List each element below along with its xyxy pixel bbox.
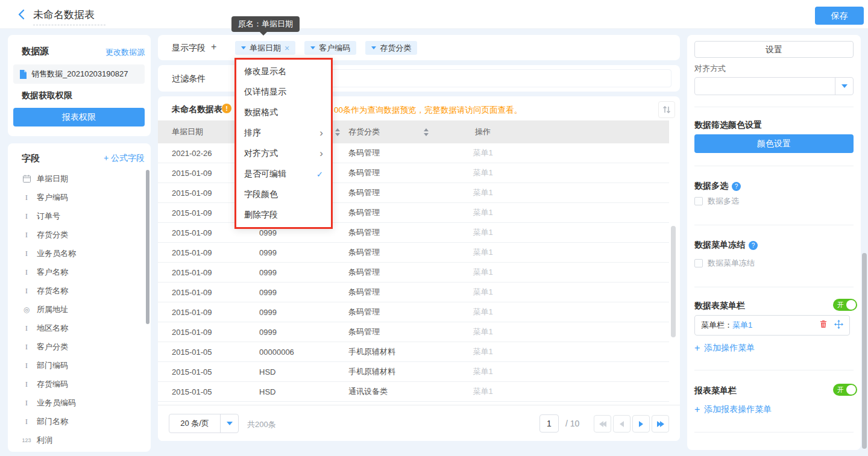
add-report-menu-link[interactable]: 添加报表操作菜单 <box>694 404 772 415</box>
action-menu-button[interactable]: 菜单1 <box>437 382 529 401</box>
action-menu-button[interactable]: 菜单1 <box>437 302 529 322</box>
action-menu-button[interactable]: 菜单1 <box>437 183 529 202</box>
checkbox-icon[interactable] <box>694 197 703 205</box>
multi-select-checkbox-row[interactable]: 数据多选 <box>694 196 739 207</box>
color-settings-button[interactable]: 颜色设置 <box>694 134 854 153</box>
chevron-down-icon[interactable] <box>310 46 315 49</box>
menubar-item-name[interactable]: 菜单1 <box>732 320 752 331</box>
field-item[interactable]: ◎所属地址 <box>8 300 151 319</box>
action-menu-button[interactable]: 菜单1 <box>437 143 529 163</box>
field-item[interactable]: I客户编码 <box>8 188 151 207</box>
menu-item[interactable]: 排序 <box>236 123 331 143</box>
window-scrollbar[interactable] <box>862 253 867 449</box>
page-size-select[interactable]: 20 条/页 <box>169 414 239 433</box>
menu-freeze-checkbox-row[interactable]: 数据菜单冻结 <box>694 258 755 269</box>
action-menu-button[interactable]: 菜单1 <box>437 322 529 342</box>
table-scrollbar[interactable] <box>671 226 676 337</box>
text-field-icon: I <box>22 230 31 240</box>
cell-date: 2015-01-09 <box>158 243 254 262</box>
sort-carets-icon[interactable] <box>424 128 429 136</box>
menu-item[interactable]: 字段颜色 <box>236 184 331 205</box>
field-item[interactable]: I订单号 <box>8 207 151 225</box>
align-select-dropdown[interactable] <box>835 78 853 95</box>
action-menu-button[interactable]: 菜单1 <box>437 263 529 282</box>
prev-page-button[interactable] <box>613 415 631 433</box>
field-item-label: 客户编码 <box>37 192 68 203</box>
field-item[interactable]: I地区名称 <box>8 319 151 337</box>
menu-item[interactable]: 对齐方式 <box>236 143 331 164</box>
action-menu-button[interactable]: 菜单1 <box>437 203 529 222</box>
last-page-button[interactable] <box>652 415 669 433</box>
datasource-title: 数据源 <box>22 46 49 57</box>
add-formula-field-button[interactable]: 公式字段 <box>104 153 145 164</box>
action-menu-button[interactable]: 菜单1 <box>437 243 529 262</box>
settings-button[interactable]: 设置 <box>694 41 854 58</box>
display-field-chip[interactable]: 单据日期 <box>235 41 295 55</box>
back-button[interactable] <box>16 8 28 20</box>
align-select[interactable] <box>694 77 854 95</box>
cell-customer-code: HSD <box>254 382 342 401</box>
display-field-chip[interactable]: 客户编码 <box>304 41 356 55</box>
calendar-icon <box>23 175 31 183</box>
report-menubar-toggle[interactable]: 开 <box>833 384 857 396</box>
datasource-file[interactable]: 销售数据_20210203190827 <box>13 64 145 84</box>
first-page-button[interactable] <box>594 415 611 433</box>
field-item[interactable]: 单据日期 <box>8 169 151 188</box>
cell-category: 手机原辅材料 <box>342 362 437 381</box>
cell-empty <box>529 302 669 322</box>
chevron-down-icon[interactable] <box>371 46 376 49</box>
add-display-field-button[interactable] <box>211 42 216 52</box>
menu-item[interactable]: 仅详情显示 <box>236 82 331 102</box>
report-permission-button[interactable]: 报表权限 <box>13 108 145 126</box>
action-menu-button[interactable]: 菜单1 <box>437 283 529 302</box>
sort-carets-icon[interactable] <box>335 128 340 136</box>
chip-label: 客户编码 <box>319 43 350 54</box>
add-action-menu-link[interactable]: 添加操作菜单 <box>694 343 755 354</box>
field-item[interactable]: I部门编码 <box>8 356 151 375</box>
change-datasource-link[interactable]: 更改数据源 <box>105 47 145 58</box>
display-field-chip[interactable]: 存货分类 <box>365 41 417 55</box>
move-icon[interactable] <box>834 320 843 331</box>
action-menu-button[interactable]: 菜单1 <box>437 223 529 242</box>
close-icon[interactable] <box>285 44 289 52</box>
field-item[interactable]: 123利润 <box>8 431 151 449</box>
table-row: 2015-01-05HSD手机原辅材料菜单1 <box>158 362 669 382</box>
page-title[interactable]: 未命名数据表 <box>33 8 95 22</box>
field-item[interactable]: I业务员编码 <box>8 393 151 412</box>
cell-empty <box>529 183 669 202</box>
page-size-dropdown[interactable] <box>220 414 238 433</box>
save-button[interactable]: 保存 <box>815 7 864 25</box>
action-menu-button[interactable]: 菜单1 <box>437 362 529 381</box>
fields-scrollbar[interactable] <box>146 170 149 324</box>
page-number-input[interactable] <box>539 414 559 433</box>
field-item[interactable]: I客户分类 <box>8 337 151 356</box>
table-menubar-toggle[interactable]: 开 <box>833 299 857 311</box>
action-menu-button[interactable]: 菜单1 <box>437 342 529 361</box>
menu-item[interactable]: 是否可编辑 <box>236 164 331 184</box>
field-item[interactable]: I存货编码 <box>8 375 151 393</box>
plus-icon <box>104 153 108 163</box>
cell-customer-code: 0999 <box>254 263 342 282</box>
chevron-down-icon[interactable] <box>241 46 246 49</box>
original-name-tooltip: 原名：单据日期 <box>231 16 300 32</box>
help-icon[interactable] <box>749 241 758 250</box>
menu-item[interactable]: 删除字段 <box>236 205 331 225</box>
table-row: 2015-01-090999条码管理菜单1 <box>158 243 669 263</box>
column-header-category[interactable]: 存货分类 <box>342 120 437 143</box>
menu-item[interactable]: 数据格式 <box>236 102 331 123</box>
help-icon[interactable] <box>732 182 741 191</box>
text-field-icon: I <box>22 379 31 389</box>
delete-icon[interactable] <box>819 320 828 331</box>
menu-item[interactable]: 修改显示名 <box>236 61 331 82</box>
field-item[interactable]: I存货分类 <box>8 225 151 244</box>
field-item[interactable]: I客户名称 <box>8 263 151 281</box>
cell-customer-code: 0999 <box>254 322 342 342</box>
next-page-button[interactable] <box>632 415 650 433</box>
field-item[interactable]: I部门名称 <box>8 412 151 431</box>
field-item[interactable]: I业务员名称 <box>8 244 151 263</box>
menubar-item[interactable]: 菜单栏： 菜单1 <box>694 315 850 336</box>
field-item[interactable]: I存货名称 <box>8 281 151 300</box>
action-menu-button[interactable]: 菜单1 <box>437 163 529 183</box>
column-sort-button[interactable] <box>658 101 675 118</box>
checkbox-icon[interactable] <box>694 259 703 267</box>
